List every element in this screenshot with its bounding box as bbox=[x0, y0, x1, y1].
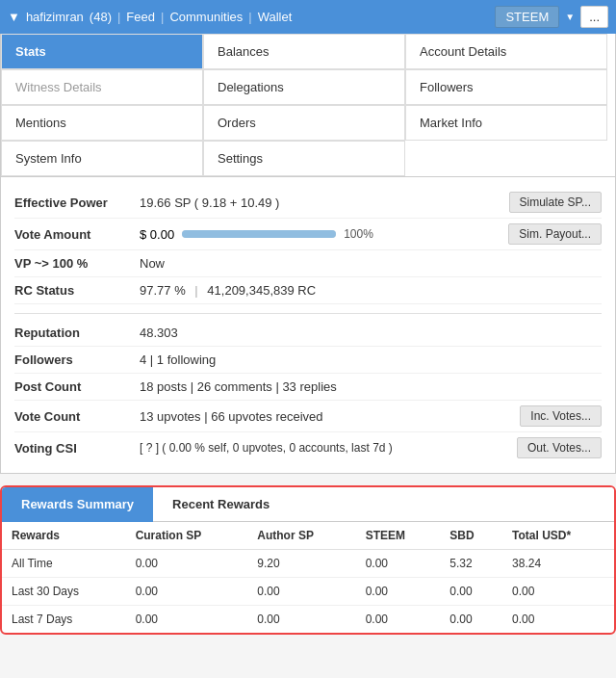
row-sbd: 0.00 bbox=[440, 578, 502, 606]
rewards-table: Rewards Curation SP Author SP STEEM SBD … bbox=[2, 522, 614, 633]
vote-bar-container: $ 0.00 100% bbox=[140, 227, 508, 242]
voting-csi-label: Voting CSI bbox=[14, 441, 140, 456]
effective-power-label: Effective Power bbox=[14, 196, 140, 210]
rc-pct: 97.77 % bbox=[140, 283, 186, 298]
col-steem: STEEM bbox=[356, 522, 441, 550]
out-votes-button[interactable]: Out. Votes... bbox=[517, 437, 602, 458]
voting-csi-row: Voting CSI [ ? ] ( 0.00 % self, 0 upvote… bbox=[14, 432, 602, 463]
effective-power-value: 19.66 SP ( 9.18 + 10.49 ) bbox=[140, 196, 509, 210]
menu-system-info[interactable]: System Info bbox=[1, 141, 203, 176]
menu-witness-details[interactable]: Witness Details bbox=[1, 69, 203, 105]
followers-value: 4 | 1 following bbox=[140, 352, 602, 367]
row-curation-sp: 0.00 bbox=[126, 578, 248, 606]
post-count-label: Post Count bbox=[14, 379, 140, 394]
post-count-value: 18 posts | 26 comments | 33 replies bbox=[140, 379, 602, 394]
row-author-sp: 0.00 bbox=[247, 606, 355, 634]
menu-account-details[interactable]: Account Details bbox=[405, 34, 607, 69]
rewards-table-header: Rewards Curation SP Author SP STEEM SBD … bbox=[2, 522, 614, 550]
vote-amount-row: Vote Amount $ 0.00 100% Sim. Payout... bbox=[14, 219, 602, 250]
col-curation-sp: Curation SP bbox=[126, 522, 248, 550]
vote-amount-prefix: $ 0.00 bbox=[140, 227, 174, 242]
menu-delegations[interactable]: Delegations bbox=[203, 69, 405, 105]
row-author-sp: 0.00 bbox=[247, 578, 355, 606]
rewards-summary-tab[interactable]: Rewards Summary bbox=[2, 487, 153, 522]
row-total-usd: 0.00 bbox=[502, 606, 614, 634]
rewards-row: All Time 0.00 9.20 0.00 5.32 38.24 bbox=[2, 550, 614, 578]
col-rewards: Rewards bbox=[2, 522, 126, 550]
reputation-label: Reputation bbox=[14, 326, 140, 340]
stats-gap-1 bbox=[14, 304, 602, 314]
nav-username[interactable]: hafizimran bbox=[26, 10, 84, 24]
row-total-usd: 38.24 bbox=[502, 550, 614, 578]
vote-amount-label: Vote Amount bbox=[14, 227, 140, 242]
rc-separator: | bbox=[194, 283, 201, 298]
menu-followers[interactable]: Followers bbox=[405, 69, 607, 105]
nav-sep-3: | bbox=[248, 10, 251, 24]
inc-votes-button[interactable]: Inc. Votes... bbox=[520, 405, 602, 427]
nav-link-wallet[interactable]: Wallet bbox=[258, 10, 293, 24]
rewards-row: Last 30 Days 0.00 0.00 0.00 0.00 0.00 bbox=[2, 578, 614, 606]
vp-value: Now bbox=[140, 256, 602, 271]
more-button[interactable]: ... bbox=[580, 6, 608, 28]
row-sbd: 0.00 bbox=[440, 606, 502, 634]
menu-grid: Stats Balances Account Details Witness D… bbox=[0, 34, 616, 177]
nav-link-communities[interactable]: Communities bbox=[169, 10, 243, 24]
nav-rep: (48) bbox=[90, 10, 112, 24]
col-author-sp: Author SP bbox=[247, 522, 355, 550]
row-label: All Time bbox=[2, 550, 126, 578]
row-steem: 0.00 bbox=[356, 578, 441, 606]
menu-empty bbox=[405, 141, 607, 176]
row-total-usd: 0.00 bbox=[502, 578, 614, 606]
row-sbd: 5.32 bbox=[440, 550, 502, 578]
simulate-sp-button[interactable]: Simulate SP... bbox=[509, 192, 602, 213]
vote-count-label: Vote Count bbox=[14, 409, 140, 424]
nav-arrow-icon: ▼ bbox=[8, 10, 20, 24]
row-curation-sp: 0.00 bbox=[126, 606, 248, 634]
rc-rc: 41,209,345,839 RC bbox=[207, 283, 316, 298]
nav-steem-arrow: ▼ bbox=[565, 12, 575, 22]
vote-amount-pct: 100% bbox=[344, 227, 373, 241]
row-label: Last 7 Days bbox=[2, 606, 126, 634]
voting-csi-value: [ ? ] ( 0.00 % self, 0 upvotes, 0 accoun… bbox=[140, 441, 517, 455]
menu-stats[interactable]: Stats bbox=[1, 34, 203, 69]
menu-settings[interactable]: Settings bbox=[203, 141, 405, 176]
post-count-row: Post Count 18 posts | 26 comments | 33 r… bbox=[14, 374, 602, 401]
vote-count-value: 13 upvotes | 66 upvotes received bbox=[140, 409, 520, 424]
recent-rewards-tab[interactable]: Recent Rewards bbox=[153, 487, 614, 522]
row-steem: 0.00 bbox=[356, 606, 441, 634]
row-steem: 0.00 bbox=[356, 550, 441, 578]
reputation-row: Reputation 48.303 bbox=[14, 320, 602, 347]
vote-count-row: Vote Count 13 upvotes | 66 upvotes recei… bbox=[14, 401, 602, 432]
nav-bar: ▼ hafizimran (48) | Feed | Communities |… bbox=[0, 0, 616, 34]
rc-status-value: 97.77 % | 41,209,345,839 RC bbox=[140, 283, 602, 298]
row-curation-sp: 0.00 bbox=[126, 550, 248, 578]
vote-bar-fill bbox=[182, 230, 336, 238]
stats-section: Effective Power 19.66 SP ( 9.18 + 10.49 … bbox=[0, 177, 616, 474]
rewards-section: Rewards Summary Recent Rewards Rewards C… bbox=[0, 485, 616, 635]
menu-orders[interactable]: Orders bbox=[203, 105, 405, 141]
vote-bar-track bbox=[182, 230, 336, 238]
nav-sep-1: | bbox=[117, 10, 120, 24]
col-total-usd: Total USD* bbox=[502, 522, 614, 550]
row-label: Last 30 Days bbox=[2, 578, 126, 606]
followers-row: Followers 4 | 1 following bbox=[14, 347, 602, 374]
followers-label: Followers bbox=[14, 352, 140, 367]
reputation-value: 48.303 bbox=[140, 326, 602, 340]
nav-link-feed[interactable]: Feed bbox=[126, 10, 155, 24]
effective-power-row: Effective Power 19.66 SP ( 9.18 + 10.49 … bbox=[14, 187, 602, 219]
row-author-sp: 9.20 bbox=[247, 550, 355, 578]
rc-status-row: RC Status 97.77 % | 41,209,345,839 RC bbox=[14, 277, 602, 304]
steem-button[interactable]: STEEM bbox=[495, 6, 559, 28]
vp-label: VP ~> 100 % bbox=[14, 256, 140, 271]
menu-balances[interactable]: Balances bbox=[203, 34, 405, 69]
nav-sep-2: | bbox=[161, 10, 164, 24]
menu-market-info[interactable]: Market Info bbox=[405, 105, 607, 141]
rc-status-label: RC Status bbox=[14, 283, 140, 298]
col-sbd: SBD bbox=[440, 522, 502, 550]
vp-row: VP ~> 100 % Now bbox=[14, 250, 602, 277]
rewards-tabs: Rewards Summary Recent Rewards bbox=[2, 487, 614, 522]
sim-payout-button[interactable]: Sim. Payout... bbox=[508, 223, 602, 245]
rewards-row: Last 7 Days 0.00 0.00 0.00 0.00 0.00 bbox=[2, 606, 614, 634]
menu-mentions[interactable]: Mentions bbox=[1, 105, 203, 141]
